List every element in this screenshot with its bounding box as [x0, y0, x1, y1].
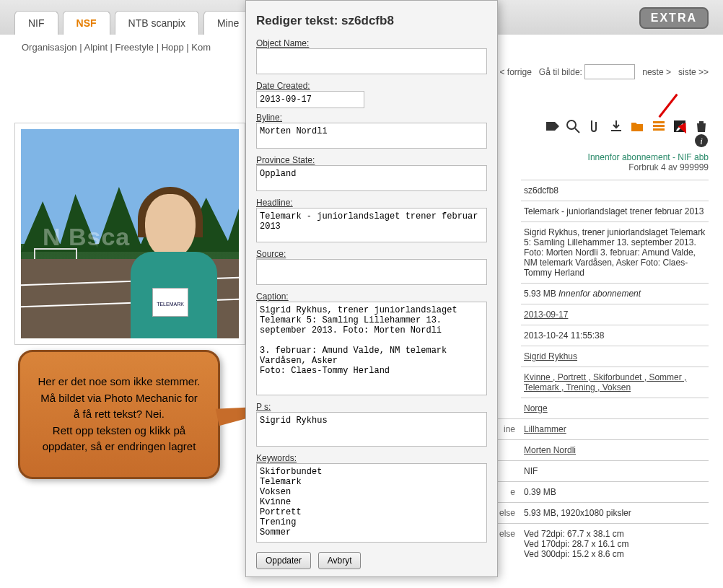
- toolbar: i: [521, 119, 709, 148]
- meta-city[interactable]: Lillhammer: [524, 424, 566, 434]
- input-date[interactable]: [256, 91, 364, 108]
- trash-icon[interactable]: [694, 119, 709, 133]
- meta-small: 0.39 MB: [521, 482, 709, 503]
- label-keywords: Keywords:: [256, 453, 487, 463]
- meta-tags[interactable]: Kvinne , Portrett , Skiforbundet , Somme…: [524, 372, 686, 392]
- label-province: Province State:: [256, 155, 487, 165]
- subscription-info: Innenfor abonnement - NIF abb: [521, 152, 709, 162]
- svg-rect-0: [546, 122, 555, 131]
- goto-label: Gå til bilde:: [539, 67, 582, 77]
- label-caption: Caption:: [256, 291, 487, 302]
- svg-point-2: [567, 120, 576, 129]
- label-source: Source:: [256, 249, 487, 259]
- meta-big: 5.93 MB, 1920x1080 piksler: [521, 503, 709, 524]
- photo-frame: N Bsca TELEMARK: [14, 123, 245, 345]
- watermark: N Bsca: [43, 223, 130, 251]
- meta-id: sz6dcfb8: [521, 180, 709, 201]
- prev-link[interactable]: < forrige: [499, 67, 531, 77]
- svg-marker-1: [555, 122, 559, 131]
- shirt-badge: TELEMARK: [152, 288, 188, 317]
- meta-date2: 2013-10-24 11:55:38: [521, 325, 709, 346]
- meta-table: sz6dcfb8 Telemark - juniorlandslaget tre…: [521, 180, 709, 418]
- input-byline[interactable]: Morten Nordli: [256, 123, 487, 149]
- photo-preview[interactable]: N Bsca TELEMARK: [21, 129, 239, 338]
- input-caption[interactable]: Sigrid Rykhus, trener juniorlandslaget T…: [256, 302, 487, 395]
- tab-ntb[interactable]: NTB scanpix: [115, 11, 199, 35]
- folder-icon[interactable]: [630, 119, 644, 133]
- label-persons: P s:: [256, 402, 487, 412]
- svg-rect-5: [653, 125, 665, 127]
- input-keywords[interactable]: Skiforbundet Telemark Voksen Kvinne Port…: [256, 463, 487, 543]
- tab-nif[interactable]: NIF: [14, 11, 58, 35]
- edit-modal: Rediger tekst: sz6dcfb8 Object Name: Dat…: [245, 0, 498, 577]
- modal-title: Rediger tekst: sz6dcfb8: [256, 14, 487, 28]
- goto-input[interactable]: [584, 64, 635, 79]
- list-icon[interactable]: [652, 119, 666, 133]
- label-date: Date Created:: [256, 81, 487, 91]
- input-persons[interactable]: Sigrid Rykhus: [256, 412, 487, 447]
- svg-rect-4: [653, 121, 665, 123]
- last-link[interactable]: siste >>: [678, 67, 709, 77]
- meta-date1[interactable]: 2013-09-17: [524, 310, 568, 320]
- input-object[interactable]: [256, 48, 487, 74]
- tag-icon[interactable]: [545, 119, 559, 133]
- annotation-arrow: [659, 94, 678, 118]
- meta-size: 5.93 MB Innenfor abonnement: [521, 284, 709, 304]
- meta-title: Telemark - juniorlandslaget trener febru…: [521, 201, 709, 222]
- metadata-sidebar: i Innenfor abonnement - NIF abb Forbruk …: [521, 119, 709, 564]
- usage-info: Forbruk 4 av 999999: [521, 162, 709, 172]
- svg-rect-6: [653, 128, 665, 131]
- info-icon[interactable]: i: [694, 133, 709, 148]
- tab-nsf[interactable]: NSF: [63, 11, 110, 35]
- meta-country[interactable]: Norge: [524, 403, 548, 413]
- next-link[interactable]: neste >: [642, 67, 671, 77]
- meta-org: NIF: [521, 461, 709, 482]
- meta-dpi: Ved 72dpi: 67.7 x 38.1 cm Ved 170dpi: 28…: [521, 524, 709, 565]
- svg-line-3: [575, 128, 579, 133]
- input-headline[interactable]: Telemark - juniorlandslaget trener febru…: [256, 208, 487, 242]
- svg-text:i: i: [700, 136, 703, 146]
- label-object: Object Name:: [256, 38, 487, 48]
- callout-box: Her er det noe som ikke stemmer. Må bild…: [18, 350, 220, 479]
- download-icon[interactable]: [609, 119, 623, 133]
- attach-icon[interactable]: [587, 119, 602, 133]
- zoom-icon[interactable]: [566, 119, 580, 133]
- input-source[interactable]: [256, 259, 487, 285]
- cancel-button[interactable]: Avbryt: [318, 552, 362, 569]
- extra-badge: EXTRA: [639, 7, 709, 29]
- meta-photog[interactable]: Morten Nordli: [524, 445, 576, 455]
- label-headline: Headline:: [256, 198, 487, 208]
- label-byline: Byline:: [256, 113, 487, 123]
- input-province[interactable]: Oppland: [256, 165, 487, 191]
- update-button[interactable]: Oppdater: [256, 552, 311, 569]
- meta-desc: Sigrid Rykhus, trener juniorlandslaget T…: [521, 222, 709, 284]
- meta-person[interactable]: Sigrid Rykhus: [524, 351, 577, 361]
